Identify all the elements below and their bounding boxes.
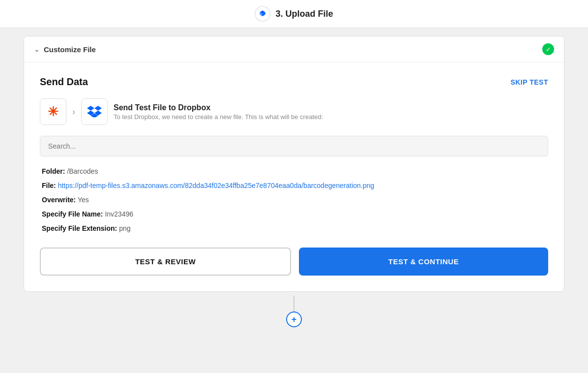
dropbox-app-icon (87, 105, 102, 119)
zapier-asterisk-icon: ✳ (48, 104, 59, 120)
flow-info: Send Test File to Dropbox To test Dropbo… (114, 103, 323, 121)
specify-ext-value: png (119, 224, 130, 232)
card-header-left: ⌄ Customize File (34, 45, 96, 54)
search-input[interactable] (40, 136, 548, 156)
flow-title: Send Test File to Dropbox (114, 103, 323, 112)
test-continue-button[interactable]: TEST & CONTINUE (299, 248, 548, 276)
app-flow-row: ✳ › Send Test File to Dropbox To test Dr (40, 98, 548, 125)
add-step-button[interactable]: + (286, 311, 302, 327)
chevron-down-icon[interactable]: ⌄ (34, 45, 40, 53)
file-label: File: (42, 182, 56, 189)
file-row: File: https://pdf-temp-files.s3.amazonaw… (42, 181, 546, 191)
specify-ext-label: Specify File Extension: (42, 224, 117, 232)
customize-file-label: Customize File (44, 45, 96, 54)
overwrite-row: Overwrite: Yes (42, 195, 546, 205)
dropbox-icon-box (81, 98, 108, 125)
specify-name-value: Inv23496 (105, 210, 133, 218)
action-buttons: TEST & REVIEW TEST & CONTINUE (40, 248, 548, 276)
card-body: Send Data SKIP TEST ✳ › (24, 62, 564, 291)
test-review-button[interactable]: TEST & REVIEW (40, 248, 291, 276)
folder-value: /Barcodes (67, 167, 98, 175)
connector-line (294, 296, 294, 311)
send-data-header: Send Data SKIP TEST (40, 76, 548, 88)
flow-subtitle: To test Dropbox, we need to create a new… (114, 113, 323, 121)
main-content: ⌄ Customize File ✓ Send Data SKIP TEST ✳… (0, 28, 588, 327)
zapier-icon-box: ✳ (40, 98, 66, 125)
overwrite-label: Overwrite: (42, 196, 76, 204)
main-card: ⌄ Customize File ✓ Send Data SKIP TEST ✳… (24, 36, 564, 292)
connector: + (286, 296, 302, 327)
data-details: Folder: /Barcodes File: https://pdf-temp… (40, 166, 548, 234)
file-value: https://pdf-temp-files.s3.amazonaws.com/… (58, 182, 374, 189)
send-data-title: Send Data (40, 76, 88, 88)
page-title: 3. Upload File (275, 9, 333, 19)
card-header: ⌄ Customize File ✓ (24, 36, 564, 62)
specify-name-row: Specify File Name: Inv23496 (42, 209, 546, 219)
skip-test-button[interactable]: SKIP TEST (510, 78, 548, 86)
folder-label: Folder: (42, 167, 65, 175)
overwrite-value: Yes (78, 196, 89, 204)
complete-check-icon: ✓ (542, 43, 554, 55)
header-dropbox-icon (255, 6, 270, 22)
page-header: 3. Upload File (0, 0, 588, 28)
specify-name-label: Specify File Name: (42, 210, 103, 218)
specify-ext-row: Specify File Extension: png (42, 223, 546, 234)
folder-row: Folder: /Barcodes (42, 166, 546, 177)
flow-arrow-icon: › (72, 107, 75, 117)
